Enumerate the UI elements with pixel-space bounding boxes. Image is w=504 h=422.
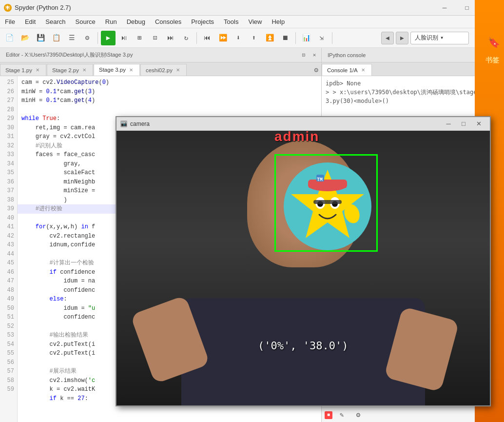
console-tab-1[interactable]: Console 1/A ✕ [322,64,372,76]
toolbar-separator-1 [97,32,98,44]
avatar-sticker: TM [281,160,374,253]
new-file-button[interactable]: 📄 [2,31,17,45]
window-title: Spyder (Python 2.7) [15,4,71,11]
nav-back-button[interactable]: ◀ [381,32,394,44]
file-tab-stage1-close[interactable]: ✕ [34,67,41,74]
list-button[interactable]: ☰ [64,31,79,45]
file-tab-stage3-label: Stage 3.py [99,67,126,73]
camera-minimize-button[interactable]: ─ [441,117,456,131]
edit-console-button[interactable]: ✎ [334,408,349,422]
console-line-3: 3.py(30)<module>() [326,98,389,104]
file-tab-ceshi02-close[interactable]: ✕ [174,67,181,74]
menu-tools[interactable]: Tools [219,16,243,28]
open-file-button[interactable]: 📂 [18,31,32,45]
menu-help[interactable]: Help [267,16,290,28]
file-tab-stage2-label: Stage 2.py [52,67,79,73]
menu-search[interactable]: Search [40,16,70,28]
face-confidence: ('0%', '38.0') [258,340,348,352]
console-tab-1-close[interactable]: ✕ [360,67,367,74]
project-name: 人脸识别 [415,34,438,42]
camera-window: 📷 camera ─ □ ✕ admin [116,116,491,406]
continue-button[interactable]: ⏫ [262,31,277,45]
interrupt-button[interactable]: ■ [325,411,332,419]
file-tab-stage2[interactable]: Stage 2.py ✕ [47,64,93,76]
person-body [181,298,425,405]
file-tab-stage1[interactable]: Stage 1.py ✕ [0,64,46,76]
title-bar: 🕷 Spyder (Python 2.7) ─ □ ✕ [0,0,504,16]
project-dropdown[interactable]: 人脸识别 ▾ [410,32,469,44]
prefs-button[interactable]: ⚙ [80,31,95,45]
app-icon: 🕷 [4,4,12,12]
minimize-button[interactable]: ─ [434,0,455,16]
console-line-2: > x:\users\73950\desktop\洪鸿砀璃哨境\stage [332,89,477,96]
editor-tab-bar: Editor - X:\Users\73950\Desktop\人脸识别\Sta… [0,48,321,62]
dropdown-arrow-icon: ▾ [440,34,444,41]
camera-maximize-button[interactable]: □ [456,117,471,131]
camera-window-title: camera [130,121,150,127]
editor-tab-icons: ⊡ ✕ [299,50,319,60]
file-tab-ceshi02-label: ceshi02.py [146,67,173,73]
nav-forward-button[interactable]: ▶ [396,32,408,44]
console-title: IPython console [324,52,369,58]
menu-consoles[interactable]: Consoles [150,16,186,28]
step-into-button[interactable]: ⬇ [231,31,246,45]
editor-max-button[interactable]: ⊡ [299,50,309,60]
menu-file[interactable]: File [0,16,20,28]
tab-settings-button[interactable]: ⚙ [311,64,321,76]
menu-projects[interactable]: Projects [186,16,219,28]
run-cell-button[interactable]: ⊡ [148,31,162,45]
menu-bar: File Edit Search Source Run Debug Consol… [0,16,504,28]
menu-source[interactable]: Source [71,16,100,28]
menu-edit[interactable]: Edit [20,16,40,28]
console-tab-1-label: Console 1/A [327,67,358,73]
debug-start-button[interactable]: ⏮ [200,31,214,45]
console-line-1: ipdb> None [326,80,361,87]
file-tab-stage2-close[interactable]: ✕ [81,67,88,74]
run-button[interactable]: ▶ [101,31,116,45]
editor-close-panel-button[interactable]: ✕ [310,50,319,60]
menu-view[interactable]: View [243,16,267,28]
face-label: admin [274,131,319,144]
profile-button[interactable]: 📊 [299,31,313,45]
bookmark-label: 书签 [485,56,499,65]
svg-rect-6 [313,200,342,204]
console-settings-button[interactable]: ⚙ [351,408,366,422]
file-tab-ceshi02[interactable]: ceshi02.py ✕ [140,64,187,76]
file-tab-stage1-label: Stage 1.py [5,67,32,73]
toolbar-separator-4 [332,32,332,44]
line-numbers: 2526272829303132333435363738394041424344… [0,76,18,422]
file-tab-stage3-close[interactable]: ✕ [128,66,135,73]
re-run-button[interactable]: ↻ [179,31,194,45]
bookmark-icon: 🔖 [488,37,500,49]
stop-button[interactable]: ⏭ [163,31,178,45]
save-as-button[interactable]: 📋 [49,31,63,45]
stop-debug-button[interactable]: ⏹ [278,31,292,45]
svg-rect-8 [308,180,347,188]
run-selection-button[interactable]: ⊞ [132,31,147,45]
console-prompt: > [326,89,332,96]
toolbar-separator-3 [295,32,296,44]
camera-win-controls: ─ □ ✕ [441,117,486,131]
camera-close-button[interactable]: ✕ [471,117,486,131]
svg-text:TM: TM [317,177,323,182]
camera-title-bar: 📷 camera ─ □ ✕ [116,117,490,131]
save-file-button[interactable]: 💾 [33,31,48,45]
file-tabs: Stage 1.py ✕ Stage 2.py ✕ Stage 3.py ✕ c… [0,62,321,76]
file-tab-stage3[interactable]: Stage 3.py ✕ [94,64,140,76]
step-button[interactable]: ⏩ [215,31,230,45]
menu-debug[interactable]: Debug [122,16,150,28]
run-config-button[interactable]: ⏯ [116,31,131,45]
expand-button[interactable]: ⇲ [314,31,329,45]
editor-path: Editor - X:\Users\73950\Desktop\人脸识别\Sta… [2,51,136,59]
step-out-button[interactable]: ⬆ [247,31,261,45]
toolbar: 📄 📂 💾 📋 ☰ ⚙ ▶ ⏯ ⊞ ⊡ ⏭ ↻ ⏮ ⏩ ⬇ ⬆ ⏫ ⏹ 📊 ⇲ … [0,28,504,48]
menu-run[interactable]: Run [100,16,122,28]
camera-viewport: admin TM [116,131,490,405]
camera-window-icon: 📷 [120,121,127,127]
toolbar-separator-2 [196,32,197,44]
